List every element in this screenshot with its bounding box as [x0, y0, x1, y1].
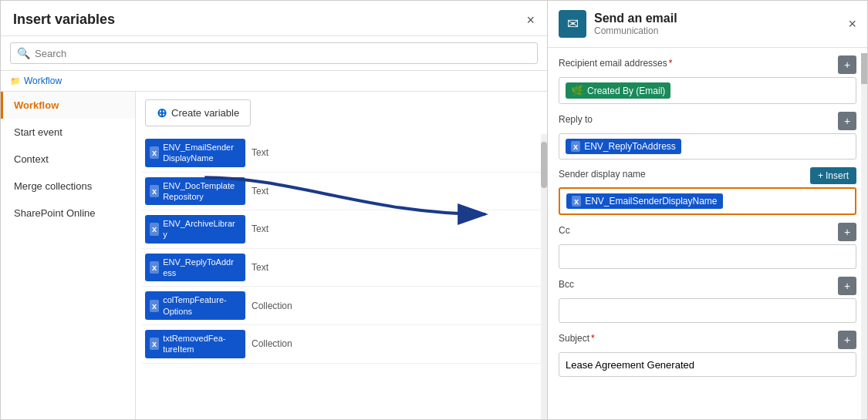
- right-panel-header: ✉ Send an email Communication ×: [548, 1, 867, 48]
- required-star: *: [669, 58, 673, 69]
- insert-variables-title: Insert variables: [13, 12, 115, 28]
- sender-label: Sender display name: [559, 169, 646, 180]
- search-input[interactable]: [35, 48, 531, 59]
- right-panel-close-button[interactable]: ×: [848, 16, 856, 32]
- right-scrollbar-thumb[interactable]: [861, 53, 867, 84]
- reply-to-field-box: x ENV_ReplyToAddress: [559, 133, 856, 160]
- breadcrumb: 📁 Workflow: [1, 71, 547, 92]
- variable-name: txtRemovedFea- tureItem: [163, 333, 241, 355]
- table-row: x txtRemovedFea- tureItem Collection: [142, 325, 541, 364]
- cc-label-row: Cc +: [559, 223, 856, 241]
- table-row: x ENV_EmailSender DisplayName Text: [142, 134, 541, 173]
- bcc-label: Bcc: [559, 279, 574, 290]
- variable-name: colTempFeature- Options: [163, 294, 241, 317]
- variable-chip-env-reply[interactable]: x ENV_ReplyToAddr ess: [145, 254, 245, 282]
- reply-to-label-row: Reply to +: [559, 112, 856, 130]
- sidebar-item-start-event[interactable]: Start event: [1, 119, 135, 146]
- reply-to-field-section: Reply to + x ENV_ReplyToAddress: [559, 112, 856, 160]
- sidebar-item-sharepoint[interactable]: SharePoint Online: [1, 200, 135, 227]
- created-by-chip[interactable]: 🌿 Created By (Email): [566, 82, 670, 99]
- sender-value: ENV_EmailSenderDisplayName: [585, 196, 717, 207]
- x-var-icon: x: [571, 141, 580, 152]
- email-icon: ✉: [567, 15, 579, 32]
- insert-plus: +: [818, 170, 823, 181]
- variable-name: ENV_DocTemplate Repository: [163, 180, 241, 203]
- sender-display-name-field-box: x ENV_EmailSenderDisplayName: [559, 187, 856, 215]
- cc-label: Cc: [559, 225, 570, 236]
- x-var-icon: x: [150, 185, 159, 197]
- variable-type: Text: [252, 186, 298, 197]
- bcc-add-button[interactable]: +: [838, 277, 856, 295]
- subject-field-section: Subject * + Lease Agreement Generated: [559, 331, 856, 377]
- subject-label: Subject *: [559, 333, 595, 344]
- cc-field-box[interactable]: [559, 244, 856, 269]
- scrollbar-thumb[interactable]: [541, 142, 547, 188]
- bcc-label-row: Bcc +: [559, 277, 856, 295]
- recipient-field-box: 🌿 Created By (Email): [559, 77, 856, 104]
- sender-chip[interactable]: x ENV_EmailSenderDisplayName: [566, 193, 723, 209]
- table-row: x ENV_ReplyToAddr ess Text: [142, 249, 541, 287]
- recipient-field-section: Recipient email addresses * + 🌿 Created …: [559, 55, 856, 104]
- sidebar-item-workflow[interactable]: Workflow: [1, 92, 135, 119]
- reply-to-add-button[interactable]: +: [838, 112, 856, 130]
- variable-type: Text: [252, 147, 298, 158]
- plus-icon: ⊕: [157, 106, 167, 120]
- left-panel-header: Insert variables ×: [1, 1, 547, 36]
- reply-to-chip[interactable]: x ENV_ReplyToAddress: [566, 139, 681, 154]
- recipient-label-row: Recipient email addresses * +: [559, 55, 856, 74]
- send-email-panel: ✉ Send an email Communication × Recipien…: [548, 0, 868, 420]
- table-row: x ENV_DocTemplate Repository Text: [142, 173, 541, 211]
- create-variable-button[interactable]: ⊕ Create variable: [145, 99, 251, 126]
- close-button[interactable]: ×: [526, 13, 535, 27]
- search-bar: 🔍: [1, 36, 547, 71]
- sidebar-item-context[interactable]: Context: [1, 146, 135, 173]
- bcc-field-box[interactable]: [559, 298, 856, 323]
- main-content: Workflow Start event Context Merge colle…: [1, 92, 547, 419]
- variable-type: Text: [252, 262, 298, 273]
- variable-type: Text: [252, 223, 298, 234]
- sidebar-item-merge-collections[interactable]: Merge collections: [1, 173, 135, 200]
- variable-type: Collection: [252, 301, 298, 311]
- variable-name: ENV_ReplyToAddr ess: [163, 257, 241, 279]
- variable-chip-env-archive[interactable]: x ENV_ArchiveLibrar y: [145, 215, 245, 244]
- subject-value: Lease Agreement Generated: [566, 359, 694, 371]
- insert-button[interactable]: + Insert: [810, 167, 856, 184]
- table-row: x ENV_ArchiveLibrar y Text: [142, 210, 541, 249]
- x-var-icon: x: [150, 300, 159, 312]
- subject-label-row: Subject * +: [559, 331, 856, 349]
- reply-to-value: ENV_ReplyToAddress: [584, 141, 676, 152]
- recipient-label: Recipient email addresses *: [559, 58, 672, 69]
- variable-chip-env-doc[interactable]: x ENV_DocTemplate Repository: [145, 177, 245, 206]
- right-scrollbar: [861, 53, 867, 419]
- breadcrumb-link[interactable]: Workflow: [24, 76, 62, 86]
- variables-list: x ENV_EmailSender DisplayName Text x ENV…: [136, 134, 547, 419]
- sender-label-row: Sender display name + Insert: [559, 167, 856, 184]
- right-panel-title: Send an email: [594, 12, 840, 25]
- created-by-label: Created By (Email): [587, 86, 665, 96]
- variable-chip-col-temp[interactable]: x colTempFeature- Options: [145, 291, 245, 320]
- variable-name: ENV_ArchiveLibrar y: [163, 218, 241, 240]
- variable-chip-txt-removed[interactable]: x txtRemovedFea- tureItem: [145, 330, 245, 358]
- variable-chip-env-email-sender[interactable]: x ENV_EmailSender DisplayName: [145, 139, 245, 167]
- insert-label: Insert: [826, 170, 849, 181]
- variables-area: ⊕ Create variable x ENV_EmailSender Disp…: [136, 92, 547, 419]
- x-var-icon: x: [150, 338, 159, 350]
- folder-icon: 📁: [10, 76, 21, 86]
- insert-variables-panel: Insert variables × 🔍 📁 Workflow Workflow…: [0, 0, 548, 420]
- right-panel-subtitle: Communication: [594, 25, 840, 36]
- scrollbar-track: [541, 134, 547, 419]
- recipient-add-button[interactable]: +: [838, 55, 856, 74]
- x-var-icon: x: [572, 196, 581, 207]
- variable-name: ENV_EmailSender DisplayName: [163, 142, 241, 164]
- variable-type: Collection: [252, 338, 298, 349]
- sender-display-name-section: Sender display name + Insert x ENV_Email…: [559, 167, 856, 215]
- cc-add-button[interactable]: +: [838, 223, 856, 241]
- search-icon: 🔍: [17, 47, 30, 59]
- subject-add-button[interactable]: +: [838, 331, 856, 349]
- leaf-icon: 🌿: [571, 85, 583, 96]
- bcc-field-section: Bcc +: [559, 277, 856, 323]
- sidebar: Workflow Start event Context Merge colle…: [1, 92, 136, 419]
- title-area: Send an email Communication: [594, 12, 840, 36]
- x-var-icon: x: [150, 146, 159, 159]
- email-icon-box: ✉: [559, 10, 586, 38]
